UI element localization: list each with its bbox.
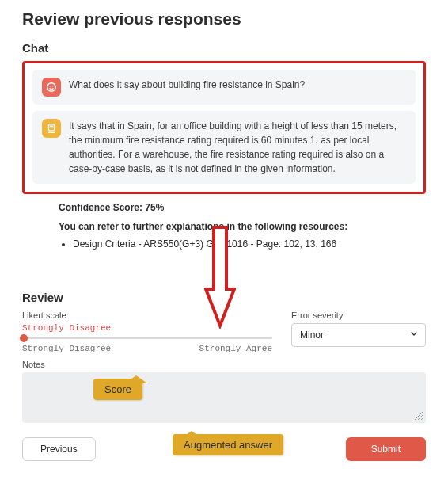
likert-min-label: Strongly Disagree (22, 344, 111, 353)
severity-selected: Minor (300, 330, 324, 341)
notes-textarea[interactable] (22, 372, 426, 423)
submit-button[interactable]: Submit (346, 437, 426, 461)
chat-assistant-text: It says that in Spain, for an office bui… (69, 119, 406, 176)
chevron-down-icon (409, 330, 419, 341)
augmented-answer-callout: Augmented answer (173, 434, 283, 455)
previous-button[interactable]: Previous (22, 437, 96, 461)
score-callout: Score (93, 379, 142, 400)
severity-label: Error severity (291, 310, 426, 320)
resource-item: Design Criteria - ARS550(G+3) Gen 1016 -… (73, 238, 426, 250)
resources-intro: You can refer to further explanations in… (59, 221, 426, 232)
slider-thumb[interactable] (20, 334, 28, 342)
severity-select[interactable]: Minor (291, 323, 426, 347)
svg-point-0 (47, 83, 56, 92)
severity-field: Error severity Minor (291, 310, 426, 347)
resources-list: Design Criteria - ARS550(G+3) Gen 1016 -… (59, 238, 426, 250)
likert-max-label: Strongly Agree (199, 344, 272, 353)
assistant-icon (42, 119, 61, 138)
confidence-score: Confidence Score: 75% (59, 202, 426, 213)
chat-user-text: What does it say about building fire res… (69, 78, 305, 92)
chat-user-row: What does it say about building fire res… (32, 70, 416, 105)
chat-panel: What does it say about building fire res… (22, 61, 426, 194)
chat-heading: Chat (22, 41, 426, 55)
slider-track (22, 337, 272, 339)
page-title: Review previous responses (22, 10, 426, 29)
chat-assistant-row: It says that in Spain, for an office bui… (32, 111, 416, 184)
likert-slider[interactable] (22, 334, 272, 342)
user-icon (42, 78, 61, 97)
down-arrow-icon (204, 226, 236, 329)
notes-label: Notes (22, 360, 426, 369)
